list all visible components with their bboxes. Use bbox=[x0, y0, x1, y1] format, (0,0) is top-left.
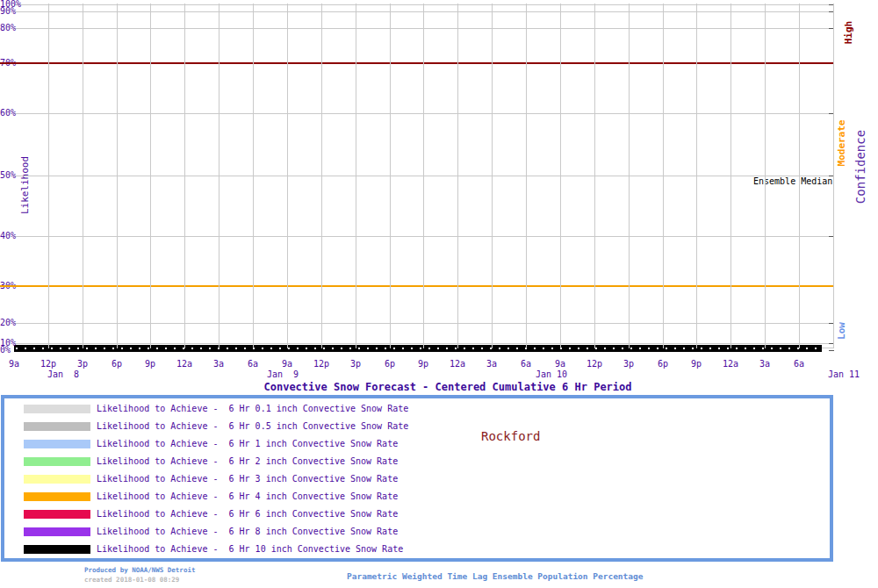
legend-item-label: Likelihood to Achieve - 6 Hr 4 inch Conv… bbox=[97, 491, 398, 502]
x-gridline bbox=[560, 4, 561, 348]
x-tick-label: 3a bbox=[759, 359, 770, 369]
y-axis-label: Likelihood bbox=[20, 156, 30, 214]
legend-swatch bbox=[24, 422, 90, 431]
convective-snow-forecast-page: Likelihood Confidence Ensemble Median 10… bbox=[0, 0, 878, 588]
x-gridline bbox=[696, 4, 697, 348]
footer-produced-by: Produced by NOAA/NWS Detroit bbox=[84, 566, 195, 574]
legend-item-label: Likelihood to Achieve - 6 Hr 0.1 inch Co… bbox=[97, 404, 408, 414]
x-gridline bbox=[253, 4, 254, 348]
footer-created-timestamp: created 2018-01-08 08:29 bbox=[84, 576, 179, 584]
x-gridline bbox=[184, 4, 185, 348]
x-tick-label: 6p bbox=[658, 359, 668, 369]
legend-swatch bbox=[24, 405, 90, 413]
y-tick-label: 40% bbox=[0, 232, 16, 240]
x-gridline bbox=[48, 4, 49, 348]
x-gridline bbox=[321, 4, 322, 348]
x-gridline bbox=[833, 4, 834, 348]
x-gridline bbox=[423, 4, 424, 348]
y-tick-label: 80% bbox=[0, 24, 16, 32]
legend-swatch bbox=[24, 475, 90, 484]
x-gridline bbox=[663, 4, 664, 348]
x-tick-label: 6a bbox=[248, 359, 258, 369]
legend-item-label: Likelihood to Achieve - 6 Hr 10 inch Con… bbox=[97, 544, 403, 555]
legend-swatch bbox=[24, 527, 90, 536]
y-tick-label: 90% bbox=[0, 7, 16, 16]
legend-item: Likelihood to Achieve - 6 Hr 10 inch Con… bbox=[4, 544, 403, 555]
confidence-axis-label: Confidence bbox=[854, 130, 867, 204]
x-gridline bbox=[730, 4, 731, 348]
x-tick-label: 3p bbox=[77, 359, 88, 369]
x-tick-label: 9a bbox=[282, 359, 292, 369]
x-tick-label: 3a bbox=[213, 359, 224, 369]
x-tick-label: 6a bbox=[521, 359, 531, 369]
legend-item: Likelihood to Achieve - 6 Hr 0.5 inch Co… bbox=[4, 421, 408, 432]
x-tick-label: 12p bbox=[40, 359, 56, 369]
x-tick-label: 12a bbox=[450, 359, 465, 369]
x-gridline bbox=[219, 4, 220, 348]
x-gridline bbox=[117, 4, 118, 348]
x-tick-label: 6p bbox=[112, 359, 122, 369]
y-tick-mark-right bbox=[829, 350, 834, 351]
legend-swatch bbox=[24, 545, 90, 554]
x-gridline bbox=[765, 4, 766, 348]
legend-item-label: Likelihood to Achieve - 6 Hr 0.5 inch Co… bbox=[97, 421, 408, 432]
footer-method-label: Parametric Weighted Time Lag Ensemble Po… bbox=[347, 571, 643, 581]
plot-area: Likelihood Confidence Ensemble Median 10… bbox=[0, 0, 878, 395]
legend-item-label: Likelihood to Achieve - 6 Hr 2 inch Conv… bbox=[97, 456, 398, 467]
x-date-label: Jan 11 bbox=[828, 369, 860, 379]
legend-item: Likelihood to Achieve - 6 Hr 3 inch Conv… bbox=[4, 474, 398, 484]
zero-gridline-tail bbox=[822, 348, 833, 348]
x-tick-label: 6p bbox=[385, 359, 395, 369]
legend-item: Likelihood to Achieve - 6 Hr 1 inch Conv… bbox=[4, 439, 398, 449]
x-tick-label: 3a bbox=[486, 359, 497, 369]
series-zero-percent-line bbox=[14, 345, 822, 352]
x-gridline bbox=[150, 4, 151, 348]
legend-item-label: Likelihood to Achieve - 6 Hr 8 inch Conv… bbox=[97, 527, 398, 537]
y-tick-label: 60% bbox=[0, 109, 16, 118]
high-confidence-line bbox=[0, 62, 834, 64]
series-marker-dots bbox=[16, 348, 820, 349]
x-tick-label: 3p bbox=[623, 359, 634, 369]
legend-item: Likelihood to Achieve - 6 Hr 0.1 inch Co… bbox=[4, 404, 408, 414]
x-gridline bbox=[83, 4, 83, 348]
y-tick-label: 50% bbox=[0, 171, 16, 180]
legend-item-label: Likelihood to Achieve - 6 Hr 6 inch Conv… bbox=[97, 509, 398, 520]
x-gridline bbox=[594, 4, 595, 348]
legend-item: Likelihood to Achieve - 6 Hr 2 inch Conv… bbox=[4, 456, 398, 467]
x-date-label: Jan 10 bbox=[536, 369, 567, 379]
legend-item-label: Likelihood to Achieve - 6 Hr 3 inch Conv… bbox=[97, 474, 398, 484]
legend-item: Likelihood to Achieve - 6 Hr 4 inch Conv… bbox=[4, 491, 398, 502]
moderate-confidence-line bbox=[0, 285, 834, 287]
legend-swatch bbox=[24, 492, 90, 501]
x-tick-label: 9a bbox=[9, 359, 19, 369]
legend-item-label: Likelihood to Achieve - 6 Hr 1 inch Conv… bbox=[97, 439, 398, 449]
confidence-level-label-moderate: Moderate bbox=[837, 120, 846, 167]
x-gridline bbox=[799, 4, 800, 348]
x-tick-label: 12p bbox=[313, 359, 329, 369]
x-gridline bbox=[356, 4, 356, 348]
y-tick-label: 0% bbox=[0, 346, 11, 355]
x-tick-label: 9a bbox=[555, 359, 565, 369]
legend-box: Likelihood to Achieve - 6 Hr 0.1 inch Co… bbox=[1, 395, 833, 562]
legend-swatch bbox=[24, 510, 90, 519]
x-gridline bbox=[457, 4, 458, 348]
legend-item: Likelihood to Achieve - 6 Hr 8 inch Conv… bbox=[4, 527, 398, 537]
x-date-label: Jan 8 bbox=[47, 369, 79, 379]
x-tick-label: 12a bbox=[176, 359, 192, 369]
confidence-level-label-high: High bbox=[844, 21, 853, 45]
x-tick-label: 9p bbox=[418, 359, 428, 369]
x-gridline bbox=[526, 4, 527, 348]
x-gridline bbox=[629, 4, 630, 348]
location-label: Rockford bbox=[481, 430, 540, 443]
x-tick-label: 12a bbox=[723, 359, 738, 369]
x-tick-label: 9p bbox=[691, 359, 702, 369]
x-tick-label: 6a bbox=[794, 359, 804, 369]
x-tick-label: 9p bbox=[145, 359, 155, 369]
chart-title: Convective Snow Forecast - Centered Cumu… bbox=[263, 381, 631, 393]
x-date-label: Jan 9 bbox=[267, 369, 299, 379]
x-tick-label: 12p bbox=[587, 359, 602, 369]
x-gridline bbox=[492, 4, 493, 348]
x-gridline bbox=[287, 4, 288, 348]
y-tick-label: 20% bbox=[0, 319, 16, 327]
legend-item: Likelihood to Achieve - 6 Hr 6 inch Conv… bbox=[4, 509, 398, 520]
